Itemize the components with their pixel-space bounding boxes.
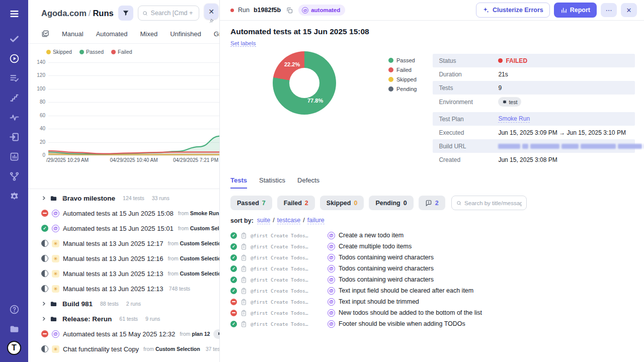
donut-legend-item: Pending	[388, 86, 417, 92]
run-row[interactable]: ✳ Manual tests at 13 Jun 2025 12:16 from…	[28, 251, 219, 266]
test-suite-path[interactable]: @first Create Todos…	[251, 233, 312, 238]
automated-icon: @	[52, 330, 59, 338]
runs-tab-automated[interactable]: Automated	[96, 30, 128, 38]
app-logo[interactable]: T	[7, 341, 21, 355]
menu-icon[interactable]	[7, 6, 22, 21]
test-title[interactable]: Todos containing weird characters	[339, 254, 434, 261]
test-suite-path[interactable]: @first Create Todos…	[251, 321, 312, 327]
test-title[interactable]: Create multiple todo items	[339, 243, 412, 250]
runs-tab-groups[interactable]: Groups	[214, 30, 220, 38]
select-all-icon[interactable]	[41, 30, 49, 38]
test-row[interactable]: @first Create Todos… @ Todos containing …	[230, 274, 634, 285]
test-row[interactable]: @first Create Todos… @ Footer should be …	[230, 318, 634, 329]
copy-icon[interactable]	[285, 6, 294, 15]
run-row-meta: 37 tests	[206, 346, 219, 352]
breadcrumb-page: Runs	[93, 9, 113, 18]
test-suite-path[interactable]: @first Create Todos…	[251, 266, 312, 272]
activity-pulse-icon[interactable]	[7, 110, 22, 125]
steps-icon[interactable]	[7, 90, 22, 105]
test-row[interactable]: @first Create Todos… @ Create multiple t…	[230, 241, 634, 252]
run-row[interactable]: ✳ Manual tests at 13 Jun 2025 12:13 from…	[28, 266, 219, 281]
filter-pill-passed[interactable]: Passed7	[230, 196, 272, 210]
environment-pill: test	[213, 329, 219, 339]
set-labels-link[interactable]: Set labels	[230, 40, 256, 47]
branch-icon[interactable]	[7, 168, 22, 184]
runs-tab-mixed[interactable]: Mixed	[140, 30, 158, 38]
chevron-right-icon[interactable]	[41, 316, 46, 321]
test-title[interactable]: Text input field should be cleared after…	[339, 287, 473, 294]
run-row[interactable]: @ Automated tests at 15 May 2025 12:32 f…	[28, 326, 219, 341]
run-group-row[interactable]: Release: Rerun 61 tests 9 runs	[28, 311, 219, 326]
tab-statistics[interactable]: Statistics	[259, 176, 285, 189]
test-title[interactable]: Todos containing weird characters	[339, 265, 434, 272]
panel-close-button[interactable]: ✕	[204, 4, 218, 19]
filter-pill-skipped[interactable]: Skipped0	[320, 196, 364, 210]
runs-tab-manual[interactable]: Manual	[62, 30, 84, 38]
run-group-row[interactable]: Build 981 88 tests 2 runs	[28, 296, 219, 311]
runs-search-input[interactable]	[151, 10, 195, 17]
runs-tab-unfinished[interactable]: Unfinished	[170, 30, 201, 38]
filter-button[interactable]	[118, 6, 133, 21]
help-icon[interactable]	[7, 302, 22, 317]
automated-icon: @	[328, 254, 335, 261]
filter-pill-pending[interactable]: Pending0	[369, 196, 413, 210]
tests-search[interactable]	[451, 196, 527, 210]
filter-pill-comments[interactable]: 2	[419, 196, 445, 210]
automated-icon: @	[52, 225, 59, 232]
list-check-icon[interactable]	[7, 70, 22, 85]
run-row[interactable]: ✳ Chat functinality test Copy from Custo…	[28, 341, 219, 356]
runs-search[interactable]	[138, 6, 199, 21]
test-suite-path[interactable]: @first Create Todos…	[251, 244, 312, 249]
tab-defects[interactable]: Defects	[297, 176, 319, 189]
test-row[interactable]: @first Create Todos… @ Text input field …	[230, 285, 634, 296]
run-row[interactable]: @ Automated tests at 15 Jun 2025 15:08 f…	[28, 206, 219, 221]
test-suite-path[interactable]: @first Create Todos…	[251, 310, 312, 316]
test-row[interactable]: @first Create Todos… @ Todos containing …	[230, 263, 634, 274]
test-title[interactable]: Footer should be visible when adding TOD…	[339, 320, 465, 327]
test-title[interactable]: Text input should be trimmed	[339, 298, 419, 305]
close-run-button[interactable]: ✕	[621, 3, 637, 17]
sort-by-testcase[interactable]: testcase	[277, 217, 301, 224]
breadcrumb-project[interactable]: Agoda.com	[41, 9, 87, 18]
group-tests-count: 88 tests	[100, 301, 119, 307]
more-button[interactable]: ⋯	[601, 3, 617, 17]
chevron-right-icon[interactable]	[41, 196, 46, 201]
documents-folder-icon[interactable]	[7, 321, 22, 336]
sort-by-failure[interactable]: failure	[307, 217, 325, 224]
import-icon[interactable]	[7, 129, 22, 144]
filter-pill-failed[interactable]: Failed2	[277, 196, 315, 210]
detail-label: Executed	[439, 129, 498, 136]
sort-by-suite[interactable]: suite	[257, 217, 270, 224]
group-name: Bravo milestone	[62, 195, 115, 202]
automated-badge[interactable]: @ automated	[298, 5, 345, 16]
run-group-row[interactable]: Bravo milestone 124 tests 33 runs	[28, 191, 219, 206]
test-row[interactable]: @first Create Todos… @ Create a new todo…	[230, 230, 634, 241]
test-row[interactable]: @first Create Todos… @ New todos should …	[230, 307, 634, 318]
test-plan-link[interactable]: Smoke Run	[498, 115, 530, 123]
test-title[interactable]: Create a new todo item	[339, 232, 404, 239]
test-title[interactable]: New todos should be added to the bottom …	[339, 309, 482, 316]
donut	[273, 51, 336, 115]
report-button[interactable]: Report	[554, 3, 597, 18]
test-suite-path[interactable]: @first Create Todos…	[251, 255, 312, 260]
tasks-check-icon[interactable]	[7, 31, 22, 46]
runs-play-icon[interactable]	[7, 51, 22, 66]
test-row[interactable]: @first Create Todos… @ Text input should…	[230, 296, 634, 307]
analytics-icon[interactable]	[7, 149, 22, 164]
clusterize-errors-button[interactable]: Clusterize Errors	[476, 3, 550, 18]
test-suite-path[interactable]: @first Create Todos…	[251, 299, 312, 305]
test-suite-path[interactable]: @first Create Todos…	[251, 277, 312, 283]
settings-gear-icon[interactable]	[7, 188, 22, 203]
chevron-right-icon[interactable]	[41, 301, 46, 306]
tests-search-input[interactable]	[464, 200, 522, 206]
test-row[interactable]: @first Create Todos… @ Todos containing …	[230, 252, 634, 263]
clipboard-icon	[240, 321, 247, 327]
test-suite-path[interactable]: @first Create Todos…	[251, 288, 312, 294]
run-status-icon	[41, 255, 48, 262]
run-row[interactable]: ✳ Manual tests at 13 Jun 2025 12:17 from…	[28, 236, 219, 251]
run-row[interactable]: ✳ Manual tests at 13 Jun 2025 12:13 748 …	[28, 281, 219, 296]
test-title[interactable]: Todos containing weird characters	[339, 276, 434, 283]
pin-icon[interactable]	[209, 18, 214, 24]
run-row[interactable]: @ Automated tests at 15 Jun 2025 15:01 f…	[28, 221, 219, 236]
tab-tests[interactable]: Tests	[230, 176, 247, 189]
